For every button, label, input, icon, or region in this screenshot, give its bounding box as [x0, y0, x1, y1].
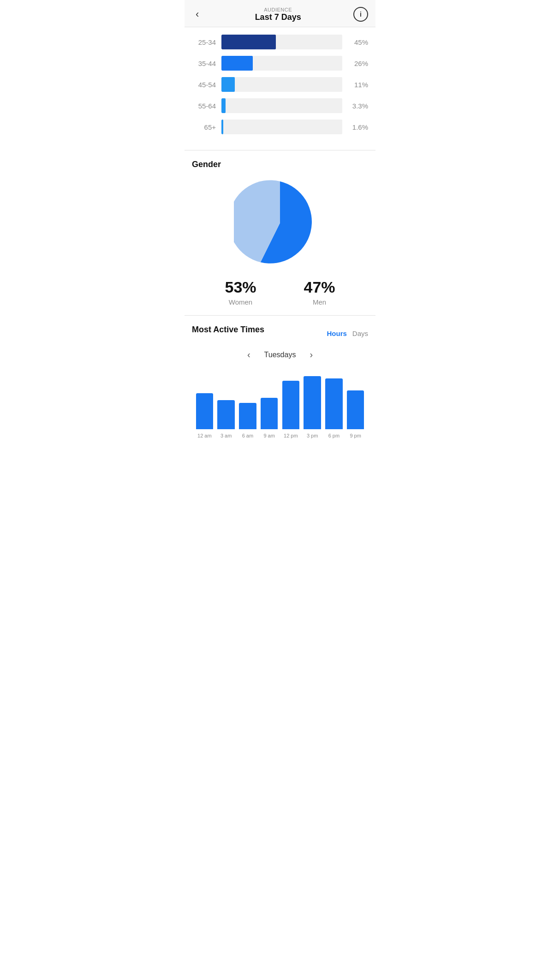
chart-bar-column: [237, 403, 259, 430]
pie-container: [192, 177, 368, 269]
chart-bar-column: [323, 378, 345, 429]
gender-section: Gender 53% Women 47% Men: [185, 150, 375, 315]
age-bar-track: [221, 56, 342, 71]
age-bar-fill: [221, 35, 276, 49]
header-subtitle: AUDIENCE: [255, 7, 301, 12]
age-row: 25-34 45%: [192, 35, 368, 49]
current-day-label: Tuesdays: [264, 351, 296, 359]
header-center: AUDIENCE Last 7 Days: [255, 7, 301, 22]
age-bar-fill: [221, 56, 253, 71]
age-bar-track: [221, 35, 342, 49]
toggle-days-button[interactable]: Days: [352, 330, 368, 337]
time-label: 9 am: [258, 433, 280, 438]
chart-bar-column: [215, 400, 237, 429]
age-bar-track: [221, 120, 342, 134]
age-row: 55-64 3.3%: [192, 98, 368, 113]
gender-stats: 53% Women 47% Men: [192, 278, 368, 306]
women-stat: 53% Women: [225, 278, 256, 306]
active-toggle: Hours Days: [327, 330, 368, 337]
age-bar-track: [221, 77, 342, 92]
toggle-hours-button[interactable]: Hours: [327, 330, 346, 337]
chart-bar-column: [280, 381, 302, 429]
age-label: 65+: [192, 123, 216, 131]
time-label: 3 pm: [302, 433, 323, 438]
age-bar-fill: [221, 98, 226, 113]
back-button[interactable]: ‹: [192, 6, 203, 22]
age-bar-fill: [221, 120, 223, 134]
time-labels: 12 am3 am6 am9 am12 pm3 pm6 pm9 pm: [192, 433, 368, 438]
chart-bar: [261, 398, 278, 429]
women-label: Women: [225, 298, 256, 306]
chart-bar: [239, 403, 256, 430]
active-times-section: Most Active Times Hours Days ‹ Tuesdays …: [185, 316, 375, 443]
header-title: Last 7 Days: [255, 12, 301, 22]
men-stat: 47% Men: [304, 278, 335, 306]
chart-bar-column: [302, 376, 323, 429]
chart-bar: [347, 390, 364, 429]
time-label: 6 pm: [323, 433, 345, 438]
age-row: 65+ 1.6%: [192, 120, 368, 134]
age-pct-label: 26%: [347, 60, 368, 67]
age-bar-track: [221, 98, 342, 113]
chart-bar: [196, 393, 213, 429]
chart-bar: [282, 381, 299, 429]
age-label: 55-64: [192, 102, 216, 110]
chart-bar-column: [345, 390, 366, 429]
age-pct-label: 45%: [347, 38, 368, 46]
prev-day-button[interactable]: ‹: [247, 349, 250, 360]
age-row: 45-54 11%: [192, 77, 368, 92]
chart-bar: [217, 400, 234, 429]
men-pct: 47%: [304, 278, 335, 296]
women-pct: 53%: [225, 278, 256, 296]
time-label: 12 pm: [280, 433, 302, 438]
info-button[interactable]: i: [353, 7, 368, 22]
time-label: 3 am: [215, 433, 237, 438]
age-pct-label: 1.6%: [347, 123, 368, 131]
men-label: Men: [304, 298, 335, 306]
gender-title: Gender: [192, 160, 368, 169]
active-times-title: Most Active Times: [192, 325, 264, 335]
age-pct-label: 3.3%: [347, 102, 368, 110]
age-label: 45-54: [192, 81, 216, 89]
chart-bar-column: [258, 398, 280, 429]
active-header: Most Active Times Hours Days: [192, 325, 368, 342]
time-label: 6 am: [237, 433, 259, 438]
day-navigator: ‹ Tuesdays ›: [192, 349, 368, 360]
time-label: 12 am: [194, 433, 215, 438]
chart-bar: [304, 376, 321, 429]
gender-pie-chart: [234, 177, 326, 269]
age-label: 25-34: [192, 38, 216, 46]
header: ‹ AUDIENCE Last 7 Days i: [185, 0, 375, 27]
age-pct-label: 11%: [347, 81, 368, 89]
chart-bar-column: [194, 393, 215, 429]
time-label: 9 pm: [345, 433, 366, 438]
chart-bar: [325, 378, 342, 429]
age-bar-fill: [221, 77, 235, 92]
next-day-button[interactable]: ›: [310, 349, 313, 360]
age-row: 35-44 26%: [192, 56, 368, 71]
age-label: 35-44: [192, 60, 216, 67]
age-section: 25-34 45% 35-44 26% 45-54 11% 55-64 3.3%: [185, 27, 375, 150]
active-times-chart: [192, 369, 368, 429]
